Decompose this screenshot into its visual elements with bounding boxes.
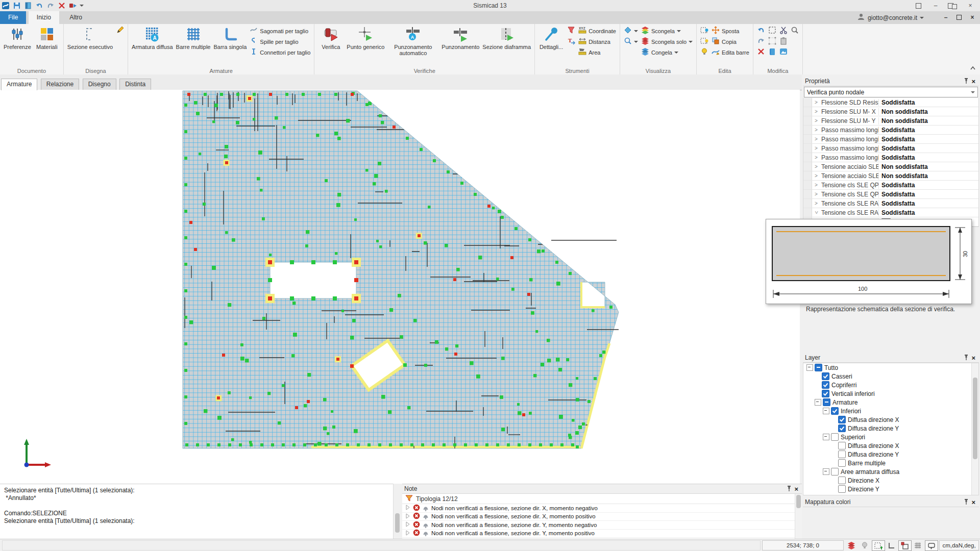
layer-checkbox[interactable] (838, 459, 846, 467)
layer-item-tutto[interactable]: Tutto (803, 363, 978, 372)
drawing-canvas[interactable] (0, 90, 800, 484)
property-row[interactable]: >Tensione cls SLE QPSoddisfatta (803, 181, 978, 190)
ribbon-button-text-style-icon[interactable]: T (566, 37, 577, 47)
command-scrollbar[interactable] (393, 484, 402, 539)
ribbon-button-preferenze[interactable]: Preferenze (2, 25, 33, 66)
layer-checkbox[interactable] (838, 416, 846, 423)
property-row[interactable]: >Passo massimo longitSoddisfatta (803, 126, 978, 135)
chevron-right-icon[interactable]: > (812, 109, 820, 114)
note-item[interactable]: Nodi non verificati a flessione, sezione… (402, 530, 802, 538)
ribbon-button-verifica[interactable]: Verifica (316, 25, 345, 66)
property-row[interactable]: >Flessione SLU M- XNon soddisfatta (803, 107, 978, 116)
note-item[interactable]: Nodi non verificati a flessione, sezione… (402, 513, 802, 521)
ribbon-button-spille-per-taglio[interactable]: Spille per taglio (248, 37, 312, 47)
ribbon-button-views-icon[interactable] (622, 26, 640, 36)
ribbon-button-cut-icon[interactable] (778, 26, 789, 36)
ribbon-button-undo-icon[interactable] (755, 26, 767, 36)
tree-collapse-icon[interactable] (823, 408, 829, 414)
ortho-toggle-icon[interactable] (885, 540, 897, 550)
chevron-right-icon[interactable]: > (812, 99, 820, 105)
chevron-right-icon[interactable]: > (812, 145, 820, 151)
layer-item-casseri[interactable]: Casseri (803, 372, 978, 381)
layer-item-aree-armatura-diffusa[interactable]: Aree armatura diffusa (803, 467, 978, 476)
verification-selector[interactable]: Verifica punto nodale (804, 87, 978, 97)
ribbon-button-connettori-per-taglio[interactable]: Connettori per taglio (248, 47, 312, 58)
ribbon-pin-icon[interactable] (910, 0, 927, 11)
ribbon-button-zoom-find-icon[interactable] (789, 26, 800, 36)
doc-minimize-button[interactable]: – (939, 12, 952, 22)
chevron-right-icon[interactable]: > (812, 136, 820, 142)
tab-file[interactable]: File (0, 11, 26, 24)
expand-icon[interactable] (404, 504, 411, 512)
note-item[interactable]: Nodi non verificati a flessione, sezione… (402, 521, 802, 530)
minimize-button[interactable]: – (927, 0, 944, 11)
chevron-right-icon[interactable]: > (812, 182, 820, 188)
layer-item-diffusa-direzione-y[interactable]: Diffusa direzione Y (803, 424, 978, 433)
layer-checkbox[interactable] (822, 390, 829, 397)
ribbon-button-sheet-icon[interactable] (767, 47, 778, 58)
layers-status-icon[interactable] (845, 540, 857, 550)
note-filter-row[interactable]: Tipologia 12/12 (402, 494, 802, 504)
layer-checkbox[interactable] (831, 407, 839, 415)
ribbon-button-marquee-icon[interactable] (767, 26, 778, 36)
ribbon-button-image-icon[interactable] (778, 47, 789, 58)
ribbon-button-barra-singola[interactable]: Barra singola (212, 25, 248, 66)
ribbon-button-scongela-solo[interactable]: Scongela solo (640, 37, 694, 47)
expand-icon[interactable] (404, 530, 411, 537)
ribbon-button-punzonamento-automatico[interactable]: APunzonamento automatico (386, 25, 440, 66)
ribbon-button-area[interactable]: Area (577, 47, 618, 58)
ribbon-button-armatura-diffusa[interactable]: AArmatura diffusa (130, 25, 175, 66)
layer-checkbox[interactable] (838, 477, 846, 484)
ribbon-button-funnel-arrow-icon[interactable] (566, 26, 577, 36)
close-icon[interactable]: × (970, 354, 977, 362)
layer-checkbox[interactable] (831, 433, 839, 441)
property-row[interactable]: >Passo massimo longitSoddisfatta (803, 135, 978, 144)
chevron-right-icon[interactable]: > (812, 164, 820, 169)
pin-icon[interactable] (786, 485, 793, 493)
property-row[interactable]: >Tensione cls SLE RASoddisfatta (803, 199, 978, 208)
layer-checkbox[interactable] (822, 381, 829, 389)
tree-collapse-icon[interactable] (823, 468, 829, 475)
expand-icon[interactable] (404, 521, 411, 529)
layer-item-verticali-inferiori[interactable]: Verticali inferiori (803, 389, 978, 398)
tree-collapse-icon[interactable] (815, 399, 821, 406)
chevron-right-icon[interactable]: > (812, 173, 820, 179)
ribbon-button-paste-icon[interactable] (778, 37, 789, 47)
pin-icon[interactable] (963, 354, 970, 362)
add-selection-toggle-icon[interactable] (872, 540, 885, 551)
viewport-toggle-icon[interactable] (898, 540, 912, 551)
ribbon-button-punto-generico[interactable]: Punto generico (345, 25, 386, 66)
ribbon-button-sagomati-per-taglio[interactable]: Sagomati per taglio (248, 26, 312, 36)
layer-item-direzione-x[interactable]: Direzione X (803, 476, 978, 485)
layer-item-superiori[interactable]: Superiori (803, 433, 978, 441)
ribbon-button-scongela[interactable]: Scongela (640, 26, 694, 36)
property-row[interactable]: >Tensione acciaio SLENon soddisfatta (803, 162, 978, 171)
bulb-status-icon[interactable] (859, 540, 871, 550)
expand-icon[interactable] (404, 513, 411, 520)
doc-tab-armature[interactable]: Armature (1, 79, 37, 90)
ribbon-button-bulb-icon[interactable] (699, 47, 710, 58)
close-button[interactable]: × (962, 0, 979, 11)
ribbon-button-punzonamento[interactable]: Punzonamento (440, 25, 481, 66)
ribbon-collapse-icon[interactable] (970, 64, 976, 73)
close-icon[interactable]: × (793, 485, 800, 493)
layer-checkbox[interactable] (823, 398, 830, 406)
tab-inizio[interactable]: Inizio (29, 11, 59, 24)
layer-item-inferiori[interactable]: Inferiori (803, 407, 978, 415)
chevron-right-icon[interactable]: > (812, 155, 820, 160)
doc-tab-relazione[interactable]: Relazione (41, 79, 79, 90)
layer-checkbox[interactable] (838, 450, 846, 458)
ribbon-button-pencil-icon[interactable] (114, 26, 126, 36)
property-row[interactable]: >Flessione SLU M- YNon soddisfatta (803, 116, 978, 126)
ribbon-button-delete-icon[interactable] (755, 47, 767, 58)
pin-icon[interactable] (963, 498, 970, 507)
chevron-right-icon[interactable]: > (812, 118, 820, 123)
layer-item-copriferri[interactable]: Copriferri (803, 381, 978, 389)
account-menu[interactable]: giotto@concrete.it (857, 11, 924, 24)
tree-collapse-icon[interactable] (806, 364, 813, 371)
ribbon-button-congela[interactable]: Congela (640, 47, 694, 58)
property-row[interactable]: >Passo massimo longitSoddisfatta (803, 153, 978, 162)
layer-item-direzione-y[interactable]: Direzione Y (803, 485, 978, 493)
command-line-panel[interactable]: Selezionare entità [Tutte/Ultima] (1 sel… (0, 484, 401, 539)
ribbon-button-zoom-icon[interactable] (622, 37, 640, 47)
